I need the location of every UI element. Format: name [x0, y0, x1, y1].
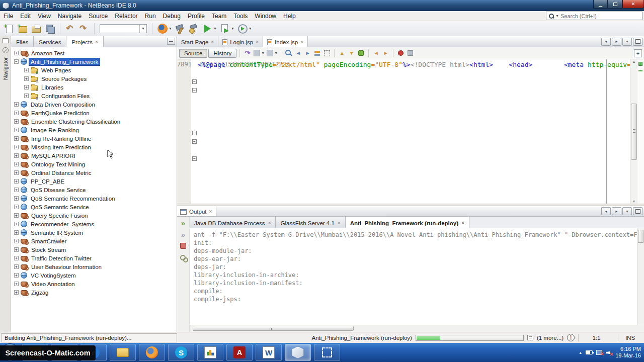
build-console[interactable]: ant -f "F:\\Easter System G Drive\\Mumba… [190, 228, 637, 325]
tree-item[interactable]: +QoS Semantic Recommendation [11, 194, 177, 203]
save-all-button[interactable] [44, 23, 56, 35]
taskbar-explorer-button[interactable] [110, 344, 136, 361]
expand-icon[interactable]: + [14, 111, 19, 115]
maximize-output-button[interactable] [633, 207, 642, 215]
tree-item[interactable]: +Amazon Test [11, 49, 177, 57]
tab-start-page[interactable]: Start Page [177, 36, 218, 47]
expand-icon[interactable]: + [14, 51, 19, 55]
code-line[interactable]: <html> [469, 61, 493, 68]
forward-icon[interactable] [266, 49, 274, 57]
taskbar-skype-button[interactable] [168, 344, 194, 361]
tab-output[interactable]: Output [177, 206, 216, 216]
expand-icon[interactable]: + [14, 290, 19, 295]
output-horizontal-scrollbar[interactable] [190, 325, 644, 332]
menu-navigate[interactable]: Navigate [54, 12, 85, 21]
taskbar-firefox-button[interactable] [139, 344, 165, 361]
menu-edit[interactable]: Edit [17, 12, 34, 21]
expand-icon[interactable]: + [14, 247, 19, 252]
debug-button[interactable]: ▼ [219, 23, 235, 35]
more-processes-link[interactable]: (1 more...) [537, 335, 564, 341]
scroll-tabs-left-button[interactable] [601, 38, 611, 46]
taskbar-netbeans-button[interactable] [285, 344, 311, 361]
toggle-highlight-icon[interactable] [313, 49, 321, 57]
dropdown-caret-icon[interactable]: ▼ [274, 51, 278, 55]
tab-files[interactable]: Files [11, 36, 34, 47]
build-button[interactable] [174, 23, 186, 35]
expand-icon[interactable]: + [14, 128, 19, 132]
editor-vertical-scrollbar[interactable]: ▲ ▼ [630, 59, 637, 204]
last-edited-icon[interactable] [243, 49, 252, 57]
expand-icon[interactable]: + [14, 213, 19, 218]
fold-collapse-icon[interactable]: − [192, 79, 197, 84]
tab-projects[interactable]: Projects [66, 36, 103, 47]
code-line[interactable]: <head> [493, 61, 532, 68]
battery-icon[interactable] [586, 350, 593, 354]
menu-source[interactable]: Source [85, 12, 111, 21]
close-icon[interactable] [338, 221, 341, 226]
menu-team[interactable]: Team [208, 12, 230, 21]
stop-icon[interactable] [179, 242, 187, 250]
rectangular-selection-icon[interactable] [323, 49, 331, 57]
find-icon[interactable] [284, 49, 293, 57]
new-project-button[interactable] [17, 23, 29, 35]
open-project-button[interactable] [30, 23, 42, 35]
maximize-editor-button[interactable] [633, 38, 642, 46]
dropdown-caret-icon[interactable]: ▼ [261, 51, 265, 55]
split-editor-button[interactable] [634, 49, 642, 57]
dropdown-caret-icon[interactable]: ▼ [169, 27, 172, 30]
next-occurrence-icon[interactable] [347, 49, 356, 57]
find-next-icon[interactable] [303, 49, 312, 57]
menu-file[interactable]: File [0, 12, 17, 21]
tree-item[interactable]: +SmartCrawler [11, 237, 177, 245]
fold-cell[interactable]: − [191, 154, 198, 163]
tab-run-deploy[interactable]: Anti_Phishing_Framework (run-deploy) [346, 217, 469, 228]
code-lines[interactable]: <%@page contentType="text/html" pageEnco… [198, 59, 630, 204]
profile-button[interactable]: ▼ [236, 23, 253, 35]
scroll-tabs-right-button[interactable] [612, 38, 621, 46]
run-button[interactable]: ▼ [201, 23, 217, 35]
browser-button[interactable]: ▼ [156, 23, 173, 35]
expand-icon[interactable]: + [14, 136, 19, 141]
tree-item[interactable]: +Recommender_Systems [11, 220, 177, 228]
maximize-button[interactable] [608, 0, 622, 9]
dropdown-caret-icon[interactable]: ▼ [213, 27, 217, 30]
search-input[interactable] [560, 13, 640, 19]
fold-cell[interactable]: − [191, 129, 198, 137]
tray-clock[interactable]: 6:16 PM 19-Mar-16 [615, 346, 641, 359]
new-file-button[interactable] [3, 23, 15, 35]
tree-item[interactable]: +Configuration Files [11, 92, 177, 100]
expand-icon[interactable]: + [24, 68, 29, 72]
expand-icon[interactable]: + [14, 145, 19, 149]
find-previous-icon[interactable] [294, 49, 302, 57]
title-bar[interactable]: Anti_Phishing_Framework - NetBeans IDE 8… [0, 0, 644, 11]
minimize-panel-button[interactable] [167, 38, 175, 45]
fold-cell[interactable]: − [191, 77, 198, 86]
combo-dropdown-icon[interactable]: ▼ [139, 25, 146, 33]
redo-button[interactable] [78, 23, 90, 35]
expand-icon[interactable]: + [14, 205, 19, 209]
back-icon[interactable] [253, 49, 261, 57]
tree-item[interactable]: +Missing Item Prediction [11, 143, 177, 151]
menu-tools[interactable]: Tools [230, 12, 251, 21]
previous-occurrence-icon[interactable] [338, 49, 346, 57]
expand-icon[interactable]: + [14, 222, 19, 226]
taskbar-office-chart-button[interactable] [197, 344, 223, 361]
navigator-tab[interactable]: Navigator [3, 57, 9, 80]
tree-item[interactable]: +Source Packages [11, 74, 177, 83]
occurrence-mark[interactable] [638, 70, 642, 71]
close-icon[interactable] [461, 221, 464, 226]
output-vertical-scrollbar[interactable] [637, 228, 644, 325]
tree-item[interactable]: +Libraries [11, 83, 177, 92]
code-line[interactable]: <%@page contentType="text/html" pageEnco… [198, 61, 411, 68]
close-icon[interactable] [268, 221, 271, 226]
menu-window[interactable]: Window [251, 12, 280, 21]
fold-collapse-icon[interactable]: − [192, 156, 197, 161]
tree-item[interactable]: +Data Driven Composition [11, 100, 177, 109]
expand-icon[interactable]: + [14, 179, 19, 184]
tab-glassfish-server[interactable]: GlassFish Server 4.1 [276, 217, 345, 228]
tab-list-dropdown-button[interactable] [622, 38, 632, 46]
tab-index-jsp[interactable]: Index.jsp [263, 36, 308, 47]
tree-item[interactable]: +MySQL APRIORI [11, 151, 177, 160]
dropdown-caret-icon[interactable]: ▼ [249, 27, 252, 30]
tree-item[interactable]: +Stock Stream [11, 245, 177, 254]
